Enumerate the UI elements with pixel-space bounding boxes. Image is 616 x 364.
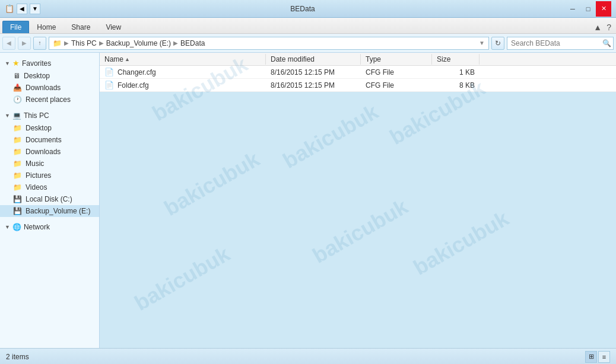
window-controls: ─ □ ✕: [565, 1, 611, 17]
sidebar-item-downloads-pc[interactable]: 📁 Downloads: [0, 146, 99, 158]
window-icon-1: 📋: [5, 4, 14, 13]
file-icon-2: 📄: [104, 81, 114, 90]
sidebar-item-local-disk[interactable]: 💾 Local Disk (C:): [0, 193, 99, 205]
sidebar-item-label: Backup_Volume (E:): [26, 207, 90, 215]
help-btn[interactable]: ?: [604, 21, 614, 33]
sidebar-item-pictures[interactable]: 📁 Pictures: [0, 170, 99, 181]
search-bar: 🔍: [507, 37, 614, 50]
tab-home[interactable]: Home: [29, 21, 63, 33]
tab-view[interactable]: View: [98, 21, 129, 33]
sidebar-item-videos[interactable]: 📁 Videos: [0, 181, 99, 193]
sidebar-item-documents[interactable]: 📁 Documents: [0, 134, 99, 146]
window-title: BEData: [40, 5, 565, 13]
address-bar[interactable]: 📁 ▶ This PC ▶ Backup_Volume (E:) ▶ BEDat…: [49, 37, 489, 50]
folder-nav-icon: 📁: [53, 39, 62, 47]
title-bar-left: 📋 ◀ ▼: [5, 4, 40, 14]
col-header-type[interactable]: Type: [361, 54, 432, 65]
sidebar-item-desktop-pc[interactable]: 📁 Desktop: [0, 122, 99, 134]
sidebar-item-label: Downloads: [26, 84, 61, 92]
file-date-2: 8/16/2015 12:15 PM: [266, 80, 361, 91]
sidebar-item-label: Downloads: [26, 148, 61, 156]
desktop-pc-icon: 📁: [13, 124, 22, 132]
recent-fav-icon: 🕐: [13, 95, 22, 104]
sidebar-item-label: Documents: [26, 136, 62, 144]
table-row[interactable]: 📄 Changer.cfg 8/16/2015 12:15 PM CFG Fil…: [100, 66, 616, 79]
sidebar-section-network[interactable]: ▼ 🌐 Network: [0, 221, 99, 234]
col-header-date[interactable]: Date modified: [266, 54, 361, 65]
network-expand-icon: ▼: [5, 224, 10, 230]
crumb-arrow-2: ▶: [99, 40, 104, 46]
sidebar-item-backup-volume[interactable]: 💾 Backup_Volume (E:): [0, 205, 99, 217]
tab-share[interactable]: Share: [63, 21, 98, 33]
sidebar-item-downloads-fav[interactable]: 📥 Downloads: [0, 82, 99, 94]
file-list-header: Name ▲ Date modified Type Size: [100, 53, 616, 66]
forward-button[interactable]: ▶: [18, 37, 31, 50]
sidebar-item-recent-fav[interactable]: 🕐 Recent places: [0, 94, 99, 106]
search-icon[interactable]: 🔍: [602, 39, 611, 47]
ribbon-expand-btn[interactable]: ▲: [591, 21, 604, 33]
search-input[interactable]: [511, 39, 600, 47]
watermark: bakicubuk bakicubuk bakicubuk bakicubuk …: [100, 53, 616, 348]
sidebar-item-label: Recent places: [26, 95, 71, 104]
crumb-arrow-1: ▶: [64, 40, 69, 46]
content-wrapper: bakicubuk bakicubuk bakicubuk bakicubuk …: [100, 53, 616, 348]
sidebar-favorites-label: Favorites: [22, 59, 51, 68]
minimize-button[interactable]: ─: [565, 1, 580, 17]
sort-arrow-icon: ▲: [125, 56, 130, 62]
sidebar-item-desktop-fav[interactable]: 🖥 Desktop: [0, 70, 99, 82]
desktop-fav-icon: 🖥: [13, 72, 20, 80]
ribbon: File Home Share View ▲ ?: [0, 18, 616, 34]
view-btn-list[interactable]: ≡: [598, 351, 610, 363]
file-type-1: CFG File: [361, 67, 432, 78]
documents-icon: 📁: [13, 136, 22, 144]
col-header-name[interactable]: Name ▲: [100, 54, 266, 65]
address-dropdown-btn[interactable]: ▼: [479, 40, 485, 46]
col-name-label: Name: [104, 55, 123, 63]
sidebar-item-label: Pictures: [26, 171, 51, 180]
watermark-text-7: bakicubuk: [409, 206, 513, 280]
up-button[interactable]: ↑: [33, 37, 46, 50]
crumb-volume[interactable]: Backup_Volume (E:): [106, 39, 171, 47]
table-row[interactable]: 📄 Folder.cfg 8/16/2015 12:15 PM CFG File…: [100, 79, 616, 92]
address-bar-row: ◀ ▶ ↑ 📁 ▶ This PC ▶ Backup_Volume (E:) ▶…: [0, 34, 616, 53]
videos-icon: 📁: [13, 183, 22, 191]
sidebar-section-favorites[interactable]: ▼ ★ Favorites: [0, 56, 99, 70]
watermark-text-4: bakicubuk: [308, 194, 412, 268]
quick-access-fwd[interactable]: ▼: [30, 4, 40, 14]
col-header-size[interactable]: Size: [432, 54, 480, 65]
sidebar-section-this-pc[interactable]: ▼ 💻 This PC: [0, 109, 99, 122]
favorites-expand-icon: ▼: [5, 60, 10, 66]
ribbon-tabs: File Home Share View ▲ ?: [0, 18, 616, 33]
pictures-icon: 📁: [13, 171, 22, 180]
view-btn-grid[interactable]: ⊞: [585, 351, 597, 363]
sidebar-network-label: Network: [24, 223, 50, 231]
view-buttons: ⊞ ≡: [585, 351, 610, 363]
quick-access-back[interactable]: ◀: [17, 4, 27, 14]
refresh-button[interactable]: ↻: [491, 37, 504, 50]
file-date-1: 8/16/2015 12:15 PM: [266, 67, 361, 78]
music-icon: 📁: [13, 159, 22, 168]
backup-vol-icon: 💾: [13, 207, 22, 215]
col-type-label: Type: [366, 55, 381, 63]
file-type-2: CFG File: [361, 80, 432, 91]
file-name-2: 📄 Folder.cfg: [100, 79, 266, 91]
status-bar: 2 items ⊞ ≡: [0, 348, 616, 364]
watermark-text-3: bakicubuk: [160, 146, 263, 221]
downloads-fav-icon: 📥: [13, 84, 22, 92]
close-button[interactable]: ✕: [596, 1, 611, 17]
tab-file[interactable]: File: [2, 21, 29, 33]
maximize-button[interactable]: □: [580, 1, 596, 17]
sidebar-item-label: Desktop: [26, 124, 52, 132]
window-icon-group: 📋: [5, 4, 14, 13]
watermark-text-5: bakicubuk: [130, 241, 234, 315]
watermark-text-2: bakicubuk: [278, 99, 382, 173]
sidebar-item-label: Desktop: [24, 72, 50, 80]
title-bar: 📋 ◀ ▼ BEData ─ □ ✕: [0, 0, 616, 18]
back-button[interactable]: ◀: [2, 37, 15, 50]
thispc-expand-icon: ▼: [5, 113, 10, 119]
crumb-arrow-3: ▶: [173, 40, 178, 46]
col-size-label: Size: [437, 55, 450, 63]
crumb-thispc[interactable]: This PC: [71, 39, 97, 47]
thispc-icon: 💻: [12, 111, 21, 120]
sidebar-item-music[interactable]: 📁 Music: [0, 158, 99, 170]
